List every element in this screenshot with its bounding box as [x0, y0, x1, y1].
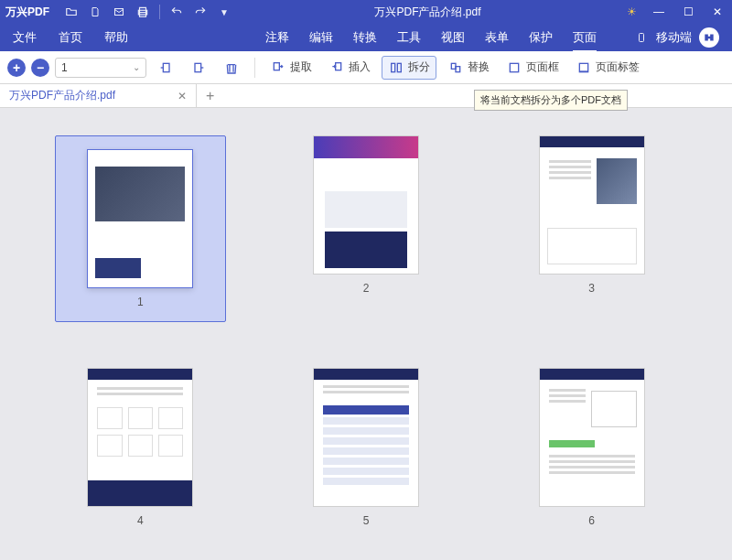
svg-rect-12: [510, 63, 518, 71]
trash-icon: [223, 59, 240, 76]
tab-filename: 万兴PDF产品介绍.pdf: [9, 88, 115, 103]
menu-convert[interactable]: 转换: [353, 29, 377, 46]
svg-rect-13: [579, 63, 587, 71]
page-thumbnail-3[interactable]: 3: [506, 135, 677, 322]
zoom-out-button[interactable]: −: [31, 59, 49, 77]
svg-rect-8: [392, 63, 395, 71]
separator: [254, 58, 255, 78]
tab-close-button[interactable]: ✕: [178, 90, 187, 102]
toolbar: + − 1 ⌄ 提取 插入 拆分 替换 页面框 页面标签: [0, 51, 732, 84]
rotate-right-button[interactable]: [185, 57, 212, 79]
page-number: 5: [363, 514, 370, 527]
menu-help[interactable]: 帮助: [104, 29, 128, 46]
menu-mobile[interactable]: 移动端: [656, 29, 692, 46]
separator: [159, 5, 160, 19]
page-preview: [87, 368, 193, 507]
svg-rect-3: [640, 34, 644, 42]
close-button[interactable]: ✕: [708, 5, 727, 18]
print-icon[interactable]: [135, 5, 150, 19]
redo-icon[interactable]: [193, 5, 208, 19]
app-name: 万兴PDF: [5, 5, 49, 20]
page-number: 6: [588, 514, 595, 527]
page-thumbnail-4[interactable]: 4: [55, 368, 226, 527]
replace-label: 替换: [468, 59, 490, 75]
split-tooltip: 将当前文档拆分为多个PDF文档: [474, 90, 628, 111]
chevron-down-icon: ⌄: [133, 62, 140, 72]
page-preview: [539, 368, 645, 507]
dropdown-icon[interactable]: ▼: [217, 5, 231, 19]
page-preview: [313, 135, 419, 275]
page-number: 2: [363, 282, 370, 295]
menu-form[interactable]: 表单: [485, 29, 509, 46]
thumbnail-grid: 1 2 3 4 5 6: [0, 108, 732, 555]
delete-button[interactable]: [218, 57, 245, 79]
svg-rect-4: [163, 63, 169, 71]
svg-rect-10: [451, 63, 456, 69]
folder-icon[interactable]: [64, 5, 79, 19]
rotate-left-button[interactable]: [152, 57, 179, 79]
sun-icon[interactable]: ☀: [624, 5, 639, 19]
mobile-icon: [634, 30, 649, 45]
menu-file[interactable]: 文件: [13, 29, 37, 46]
menu-page[interactable]: 页面: [573, 29, 597, 46]
file-icon[interactable]: [88, 5, 102, 19]
rotate-right-icon: [190, 59, 207, 76]
page-number: 3: [588, 282, 595, 295]
replace-button[interactable]: 替换: [442, 57, 495, 79]
title-bar: 万兴PDF ▼ 万兴PDF产品介绍.pdf ☀ — ☐ ✕: [0, 0, 732, 24]
svg-rect-9: [397, 63, 401, 71]
pagebox-label: 页面框: [526, 59, 559, 75]
menu-home[interactable]: 首页: [59, 29, 82, 46]
document-title: 万兴PDF产品介绍.pdf: [231, 5, 624, 20]
menu-annotate[interactable]: 注释: [265, 29, 289, 46]
maximize-button[interactable]: ☐: [679, 5, 697, 18]
split-button[interactable]: 拆分: [382, 56, 436, 80]
menu-edit[interactable]: 编辑: [309, 29, 333, 46]
minimize-button[interactable]: —: [650, 5, 668, 18]
document-tab[interactable]: 万兴PDF产品介绍.pdf ✕: [0, 84, 197, 107]
split-icon: [388, 59, 404, 76]
page-thumbnail-5[interactable]: 5: [281, 368, 452, 527]
zoom-in-button[interactable]: +: [7, 59, 26, 77]
page-number: 4: [137, 514, 144, 527]
insert-label: 插入: [349, 59, 371, 75]
insert-icon: [328, 59, 345, 76]
undo-icon[interactable]: [169, 5, 184, 19]
tab-add-button[interactable]: +: [197, 88, 223, 104]
menu-tools[interactable]: 工具: [397, 29, 421, 46]
svg-rect-5: [195, 63, 201, 71]
extract-label: 提取: [290, 59, 312, 75]
pagebox-icon: [506, 59, 522, 76]
logo-icon[interactable]: [699, 27, 719, 48]
page-thumbnail-6[interactable]: 6: [506, 368, 677, 527]
extract-icon: [270, 59, 286, 76]
replace-icon: [447, 59, 464, 76]
page-number-value: 1: [61, 61, 68, 74]
svg-rect-6: [274, 62, 279, 70]
insert-button[interactable]: 插入: [323, 57, 376, 79]
mail-icon[interactable]: [112, 5, 126, 19]
page-thumbnail-2[interactable]: 2: [281, 135, 452, 322]
menu-bar: 文件 首页 帮助 注释 编辑 转换 工具 视图 表单 保护 页面 移动端: [0, 24, 732, 51]
menu-protect[interactable]: 保护: [529, 29, 553, 46]
pagelabel-button[interactable]: 页面标签: [570, 57, 645, 79]
svg-rect-11: [456, 66, 460, 71]
page-preview: [87, 149, 193, 288]
split-label: 拆分: [408, 59, 430, 75]
page-preview: [539, 135, 645, 275]
page-number-input[interactable]: 1 ⌄: [55, 58, 146, 78]
pagelabel-icon: [576, 59, 592, 76]
menu-view[interactable]: 视图: [441, 29, 465, 46]
rotate-left-icon: [157, 59, 174, 76]
pagelabel-label: 页面标签: [596, 59, 640, 75]
extract-button[interactable]: 提取: [264, 57, 318, 79]
page-preview: [313, 368, 419, 507]
page-thumbnail-1[interactable]: 1: [55, 135, 226, 322]
page-number: 1: [137, 296, 144, 308]
pagebox-button[interactable]: 页面框: [501, 57, 565, 79]
